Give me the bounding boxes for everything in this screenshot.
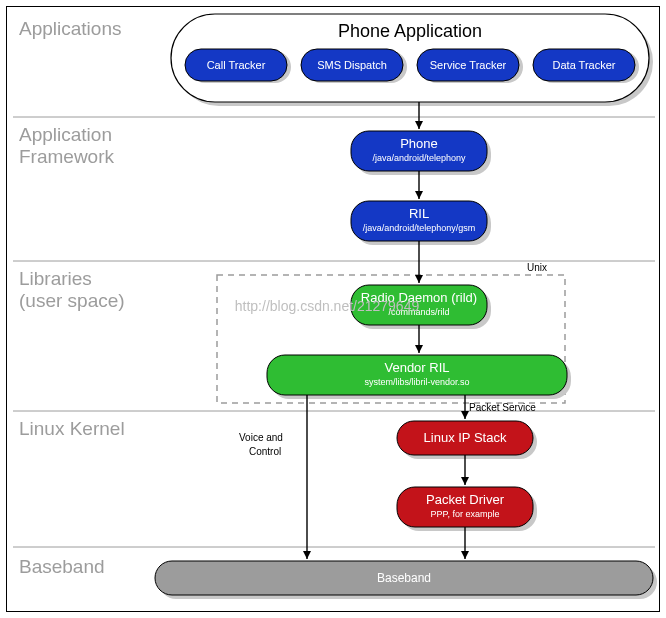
svg-text:RIL: RIL — [409, 206, 429, 221]
pill-vendor-ril: Vendor RIL system/libs/libril-vendor.so — [267, 355, 571, 399]
voice-control-label-2: Control — [249, 446, 281, 457]
pill-linux-ip-stack: Linux IP Stack — [397, 421, 537, 459]
section-dividers — [13, 117, 655, 547]
svg-text:PPP, for example: PPP, for example — [431, 509, 500, 519]
svg-text:/java/android/telephony: /java/android/telephony — [372, 153, 466, 163]
voice-control-label-1: Voice and — [239, 432, 283, 443]
svg-text:/java/android/telephony/gsm: /java/android/telephony/gsm — [363, 223, 476, 233]
pill-packet-driver: Packet Driver PPP, for example — [397, 487, 537, 531]
pill-phone: Phone /java/android/telephony — [351, 131, 491, 175]
watermark: http://blog.csdn.net/21279649 — [235, 298, 420, 314]
svg-text:Call Tracker: Call Tracker — [207, 59, 266, 71]
layer-label-framework-1: Application — [19, 124, 112, 145]
svg-text:Baseband: Baseband — [377, 571, 431, 585]
svg-text:Phone: Phone — [400, 136, 438, 151]
packet-service-label: Packet Service — [469, 402, 536, 413]
pill-call-tracker: Call Tracker — [185, 49, 291, 83]
layer-label-libraries-2: (user space) — [19, 290, 125, 311]
pill-ril: RIL /java/android/telephony/gsm — [351, 201, 491, 245]
svg-text:Vendor RIL: Vendor RIL — [384, 360, 449, 375]
pill-data-tracker: Data Tracker — [533, 49, 639, 83]
diagram-root: Applications Application Framework Libra… — [0, 0, 666, 618]
unix-label: Unix — [527, 262, 547, 273]
pill-baseband: Baseband — [155, 561, 657, 599]
phone-application-title: Phone Application — [338, 21, 482, 41]
layer-label-libraries-1: Libraries — [19, 268, 92, 289]
layer-label-framework-2: Framework — [19, 146, 115, 167]
pill-sms-dispatch: SMS Dispatch — [301, 49, 407, 83]
layer-label-kernel: Linux Kernel — [19, 418, 125, 439]
outer-frame: Applications Application Framework Libra… — [6, 6, 660, 612]
layer-label-baseband: Baseband — [19, 556, 105, 577]
svg-text:SMS Dispatch: SMS Dispatch — [317, 59, 387, 71]
svg-text:Data Tracker: Data Tracker — [553, 59, 616, 71]
svg-text:system/libs/libril-vendor.so: system/libs/libril-vendor.so — [364, 377, 469, 387]
phone-application-container: Phone Application Call Tracker SMS Dispa… — [171, 14, 653, 106]
svg-text:Service Tracker: Service Tracker — [430, 59, 507, 71]
pill-service-tracker: Service Tracker — [417, 49, 523, 83]
svg-text:Linux IP Stack: Linux IP Stack — [424, 430, 507, 445]
layer-label-applications: Applications — [19, 18, 121, 39]
svg-text:Packet Driver: Packet Driver — [426, 492, 505, 507]
